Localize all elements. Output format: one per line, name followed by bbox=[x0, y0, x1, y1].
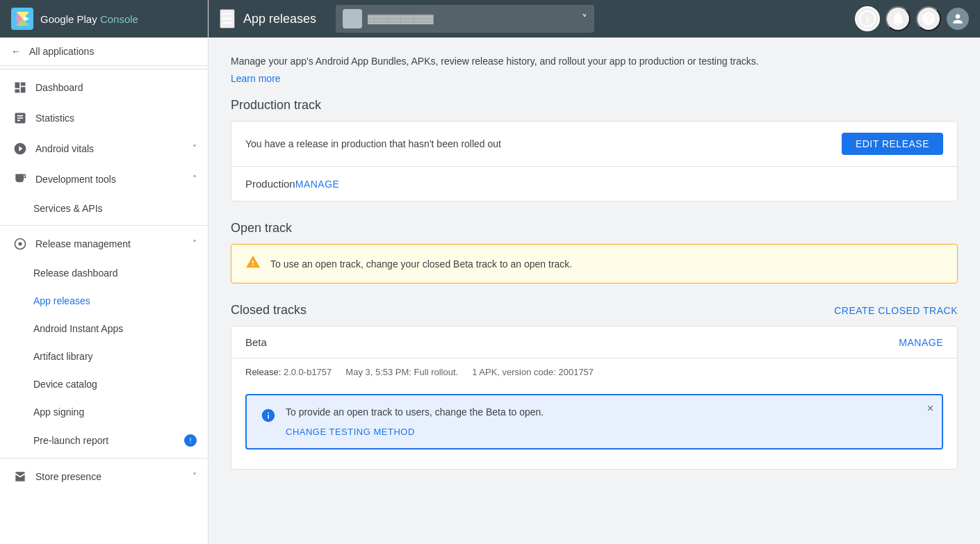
beta-info-wrapper: To provide an open track to users, chang… bbox=[231, 394, 957, 469]
sidebar-item-dashboard[interactable]: Dashboard bbox=[0, 72, 208, 103]
beta-name: Beta bbox=[245, 336, 899, 348]
sidebar-item-development-tools[interactable]: Development tools ˄ bbox=[0, 164, 208, 195]
info-button[interactable]: i bbox=[855, 6, 880, 31]
closed-tracks-section: Closed tracks CREATE CLOSED TRACK Beta M… bbox=[231, 303, 958, 470]
development-tools-label: Development tools bbox=[35, 174, 184, 185]
app-selector-arrow: ˅ bbox=[582, 13, 587, 26]
release-dashboard-label: Release dashboard bbox=[33, 267, 197, 279]
main-content: Manage your app's Android App Bundles, A… bbox=[209, 38, 980, 544]
dashboard-icon bbox=[13, 81, 27, 94]
sidebar-item-android-vitals[interactable]: Android vitals ˅ bbox=[0, 133, 208, 164]
beta-manage-button[interactable]: MANAGE bbox=[899, 337, 943, 348]
all-applications-label: All applications bbox=[29, 46, 94, 57]
user-avatar[interactable] bbox=[947, 8, 969, 30]
store-presence-arrow: ˅ bbox=[193, 472, 197, 481]
beta-info-banner: To provide an open track to users, chang… bbox=[245, 394, 943, 450]
services-apis-label: Services & APIs bbox=[33, 203, 197, 214]
sidebar-item-statistics[interactable]: Statistics bbox=[0, 103, 208, 133]
android-vitals-arrow: ˅ bbox=[193, 144, 197, 154]
sidebar-item-services-apis[interactable]: Services & APIs bbox=[33, 195, 208, 222]
sidebar-item-device-catalog[interactable]: Device catalog bbox=[33, 370, 208, 398]
vitals-icon bbox=[13, 142, 27, 156]
store-presence-icon bbox=[13, 470, 27, 484]
sidebar-item-release-management[interactable]: Release management ˄ bbox=[0, 229, 208, 259]
help-button[interactable] bbox=[916, 6, 941, 31]
sidebar-header: Google Play Console bbox=[0, 0, 208, 38]
beta-apk-info: 1 APK, version code: 2001757 bbox=[472, 367, 594, 377]
open-track-warning-banner: To use an open track, change your closed… bbox=[231, 244, 958, 283]
beta-info-content: To provide an open track to users, chang… bbox=[286, 406, 928, 437]
production-track-card: You have a release in production that ha… bbox=[231, 121, 958, 201]
learn-more-link[interactable]: Learn more bbox=[231, 73, 281, 84]
production-warning-row: You have a release in production that ha… bbox=[231, 122, 957, 166]
page-description: Manage your app's Android App Bundles, A… bbox=[231, 54, 958, 69]
main-area: ☰ App releases ▓▓▓▓▓▓▓▓▓▓ ˅ i bbox=[209, 0, 980, 544]
release-management-label: Release management bbox=[35, 238, 184, 249]
development-tools-icon bbox=[13, 172, 27, 186]
artifact-library-label: Artifact library bbox=[33, 351, 197, 362]
release-management-icon bbox=[13, 237, 27, 251]
development-tools-arrow: ˄ bbox=[193, 174, 197, 184]
sidebar-item-release-dashboard[interactable]: Release dashboard bbox=[33, 259, 208, 287]
info-circle-icon bbox=[261, 408, 276, 427]
production-manage-button[interactable]: MANAGE bbox=[295, 179, 340, 190]
topbar-title: App releases bbox=[243, 12, 316, 26]
beta-release-key: Release: bbox=[245, 367, 284, 377]
beta-release-version: 2.0.0-b1757 bbox=[284, 367, 332, 377]
warning-triangle-icon bbox=[245, 254, 261, 273]
beta-details: Release: 2.0.0-b1757 May 3, 5:53 PM: Ful… bbox=[231, 358, 957, 386]
sidebar-item-android-instant-apps[interactable]: Android Instant Apps bbox=[33, 315, 208, 343]
sidebar-item-app-signing[interactable]: App signing bbox=[33, 398, 208, 426]
app-icon bbox=[343, 9, 362, 28]
topbar-icons: i bbox=[855, 6, 969, 31]
app-selector[interactable]: ▓▓▓▓▓▓▓▓▓▓ ˅ bbox=[336, 5, 594, 33]
info-banner-close-button[interactable]: × bbox=[927, 402, 933, 415]
app-releases-label: App releases bbox=[33, 295, 197, 306]
sidebar: Google Play Console ← All applications D… bbox=[0, 0, 209, 544]
open-track-warning-text: To use an open track, change your closed… bbox=[270, 258, 572, 270]
nav-divider-2 bbox=[0, 225, 208, 226]
open-track-title: Open track bbox=[231, 221, 958, 236]
nav-divider-1 bbox=[0, 69, 208, 69]
all-applications-back[interactable]: ← All applications bbox=[0, 38, 208, 66]
nav-section-dev-tools: Services & APIs bbox=[0, 195, 208, 222]
notification-button[interactable] bbox=[885, 6, 910, 31]
android-vitals-label: Android vitals bbox=[35, 143, 184, 154]
beta-header: Beta MANAGE bbox=[231, 327, 957, 358]
statistics-icon bbox=[13, 111, 27, 125]
topbar: ☰ App releases ▓▓▓▓▓▓▓▓▓▓ ˅ i bbox=[209, 0, 980, 38]
statistics-label: Statistics bbox=[35, 113, 197, 124]
production-label-row: Production MANAGE bbox=[231, 166, 957, 201]
android-instant-apps-label: Android Instant Apps bbox=[33, 323, 197, 334]
back-icon: ← bbox=[11, 46, 21, 57]
nav-section-release-management: Release dashboard App releases Android I… bbox=[0, 259, 208, 455]
edit-release-button[interactable]: EDIT RELEASE bbox=[842, 133, 943, 155]
sidebar-item-app-releases[interactable]: App releases bbox=[33, 287, 208, 315]
google-play-logo bbox=[11, 8, 33, 30]
dashboard-label: Dashboard bbox=[35, 82, 197, 93]
beta-info-text: To provide an open track to users, chang… bbox=[286, 406, 928, 418]
svg-point-1 bbox=[19, 242, 22, 246]
store-presence-label: Store presence bbox=[35, 471, 184, 482]
sidebar-item-store-presence[interactable]: Store presence ˅ bbox=[0, 461, 208, 492]
beta-card: Beta MANAGE Release: 2.0.0-b1757 May 3, … bbox=[231, 326, 958, 470]
beta-release-date: May 3, 5:53 PM: Full rollout. bbox=[345, 367, 458, 377]
sidebar-item-artifact-library[interactable]: Artifact library bbox=[33, 343, 208, 370]
production-track-section: Production track You have a release in p… bbox=[231, 98, 958, 201]
sidebar-item-pre-launch-report[interactable]: Pre-launch report ! bbox=[33, 426, 208, 455]
pre-launch-report-badge: ! bbox=[184, 434, 197, 447]
create-closed-track-button[interactable]: CREATE CLOSED TRACK bbox=[834, 305, 958, 316]
sidebar-nav: ← All applications Dashboard Statistics bbox=[0, 38, 208, 544]
production-track-title: Production track bbox=[231, 98, 958, 113]
app-name: ▓▓▓▓▓▓▓▓▓▓ bbox=[368, 14, 575, 24]
open-track-section: Open track To use an open track, change … bbox=[231, 221, 958, 283]
beta-release-label: Release: 2.0.0-b1757 bbox=[245, 367, 332, 377]
production-label: Production bbox=[245, 178, 295, 190]
device-catalog-label: Device catalog bbox=[33, 379, 197, 390]
production-warning-text: You have a release in production that ha… bbox=[245, 138, 842, 149]
menu-button[interactable]: ☰ bbox=[220, 9, 235, 28]
change-testing-method-link[interactable]: CHANGE TESTING METHOD bbox=[286, 427, 415, 437]
sidebar-brand-title: Google Play Console bbox=[40, 13, 138, 25]
pre-launch-report-label: Pre-launch report bbox=[33, 435, 176, 446]
release-management-arrow: ˄ bbox=[193, 239, 197, 249]
